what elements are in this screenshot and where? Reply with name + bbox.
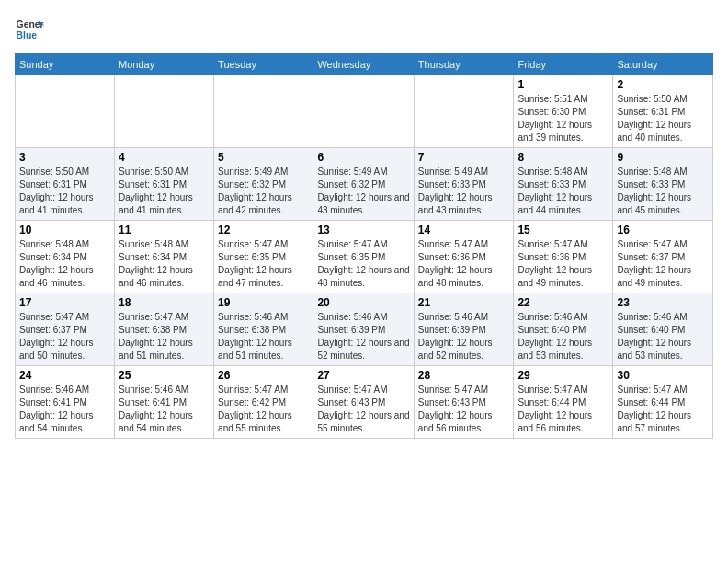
day-number: 10 xyxy=(19,224,110,236)
day-number: 25 xyxy=(119,369,210,382)
day-info: Sunrise: 5:48 AM Sunset: 6:34 PM Dayligh… xyxy=(119,238,210,290)
day-info: Sunrise: 5:46 AM Sunset: 6:40 PM Dayligh… xyxy=(617,311,709,362)
calendar-cell: 12Sunrise: 5:47 AM Sunset: 6:35 PM Dayli… xyxy=(214,221,313,293)
day-number: 14 xyxy=(418,224,510,236)
day-number: 6 xyxy=(317,151,409,164)
page-header: General Blue xyxy=(15,15,713,44)
day-info: Sunrise: 5:46 AM Sunset: 6:40 PM Dayligh… xyxy=(518,311,609,362)
calendar-cell: 10Sunrise: 5:48 AM Sunset: 6:34 PM Dayli… xyxy=(16,221,115,293)
day-number: 8 xyxy=(518,151,609,164)
weekday-header: Wednesday xyxy=(313,54,414,75)
calendar-cell: 18Sunrise: 5:47 AM Sunset: 6:38 PM Dayli… xyxy=(115,293,214,366)
day-number: 1 xyxy=(518,78,609,91)
day-info: Sunrise: 5:47 AM Sunset: 6:38 PM Dayligh… xyxy=(119,311,210,362)
weekday-header: Saturday xyxy=(613,54,713,75)
weekday-header: Friday xyxy=(514,54,613,75)
calendar-table: SundayMondayTuesdayWednesdayThursdayFrid… xyxy=(15,53,713,439)
calendar-cell: 3Sunrise: 5:50 AM Sunset: 6:31 PM Daylig… xyxy=(16,148,115,221)
calendar-cell xyxy=(313,75,414,148)
day-number: 7 xyxy=(418,151,510,164)
calendar-week-row: 24Sunrise: 5:46 AM Sunset: 6:41 PM Dayli… xyxy=(16,366,713,439)
calendar-cell: 17Sunrise: 5:47 AM Sunset: 6:37 PM Dayli… xyxy=(16,293,115,366)
day-info: Sunrise: 5:47 AM Sunset: 6:36 PM Dayligh… xyxy=(418,238,510,290)
day-number: 24 xyxy=(19,369,110,382)
calendar-cell xyxy=(115,75,214,148)
day-number: 9 xyxy=(617,151,709,164)
calendar-cell: 11Sunrise: 5:48 AM Sunset: 6:34 PM Dayli… xyxy=(115,221,214,293)
calendar-cell: 13Sunrise: 5:47 AM Sunset: 6:35 PM Dayli… xyxy=(313,221,414,293)
day-info: Sunrise: 5:49 AM Sunset: 6:32 PM Dayligh… xyxy=(317,166,409,217)
day-number: 2 xyxy=(617,78,709,91)
logo-icon: General Blue xyxy=(15,15,44,44)
calendar-cell: 30Sunrise: 5:47 AM Sunset: 6:44 PM Dayli… xyxy=(613,366,713,439)
day-number: 27 xyxy=(317,369,409,382)
day-number: 16 xyxy=(617,224,709,236)
calendar-cell: 7Sunrise: 5:49 AM Sunset: 6:33 PM Daylig… xyxy=(414,148,514,221)
day-number: 18 xyxy=(119,296,210,309)
day-info: Sunrise: 5:47 AM Sunset: 6:42 PM Dayligh… xyxy=(218,384,309,435)
day-number: 15 xyxy=(518,224,609,236)
calendar-week-row: 1Sunrise: 5:51 AM Sunset: 6:30 PM Daylig… xyxy=(16,75,713,148)
day-info: Sunrise: 5:50 AM Sunset: 6:31 PM Dayligh… xyxy=(617,93,709,144)
calendar-cell: 16Sunrise: 5:47 AM Sunset: 6:37 PM Dayli… xyxy=(613,221,713,293)
day-number: 4 xyxy=(119,151,210,164)
day-info: Sunrise: 5:50 AM Sunset: 6:31 PM Dayligh… xyxy=(19,166,110,217)
day-info: Sunrise: 5:48 AM Sunset: 6:33 PM Dayligh… xyxy=(617,166,709,217)
weekday-header: Monday xyxy=(115,54,214,75)
weekday-header: Thursday xyxy=(414,54,514,75)
day-number: 13 xyxy=(317,224,409,236)
calendar-cell: 19Sunrise: 5:46 AM Sunset: 6:38 PM Dayli… xyxy=(214,293,313,366)
calendar-cell: 8Sunrise: 5:48 AM Sunset: 6:33 PM Daylig… xyxy=(514,148,613,221)
day-info: Sunrise: 5:46 AM Sunset: 6:39 PM Dayligh… xyxy=(317,311,409,362)
calendar-cell: 28Sunrise: 5:47 AM Sunset: 6:43 PM Dayli… xyxy=(414,366,514,439)
calendar-cell: 1Sunrise: 5:51 AM Sunset: 6:30 PM Daylig… xyxy=(514,75,613,148)
day-number: 30 xyxy=(617,369,709,382)
day-number: 22 xyxy=(518,296,609,309)
calendar-cell xyxy=(16,75,115,148)
calendar-cell: 9Sunrise: 5:48 AM Sunset: 6:33 PM Daylig… xyxy=(613,148,713,221)
svg-text:Blue: Blue xyxy=(17,30,38,40)
calendar-cell: 22Sunrise: 5:46 AM Sunset: 6:40 PM Dayli… xyxy=(514,293,613,366)
day-info: Sunrise: 5:50 AM Sunset: 6:31 PM Dayligh… xyxy=(119,166,210,217)
day-number: 20 xyxy=(317,296,409,309)
weekday-header-row: SundayMondayTuesdayWednesdayThursdayFrid… xyxy=(16,54,713,75)
day-info: Sunrise: 5:47 AM Sunset: 6:37 PM Dayligh… xyxy=(617,238,709,290)
day-info: Sunrise: 5:47 AM Sunset: 6:43 PM Dayligh… xyxy=(317,384,409,435)
day-info: Sunrise: 5:47 AM Sunset: 6:44 PM Dayligh… xyxy=(518,384,609,435)
calendar-cell: 20Sunrise: 5:46 AM Sunset: 6:39 PM Dayli… xyxy=(313,293,414,366)
day-info: Sunrise: 5:47 AM Sunset: 6:37 PM Dayligh… xyxy=(19,311,110,362)
calendar-cell: 21Sunrise: 5:46 AM Sunset: 6:39 PM Dayli… xyxy=(414,293,514,366)
day-info: Sunrise: 5:48 AM Sunset: 6:33 PM Dayligh… xyxy=(518,166,609,217)
day-number: 28 xyxy=(418,369,510,382)
calendar-cell: 2Sunrise: 5:50 AM Sunset: 6:31 PM Daylig… xyxy=(613,75,713,148)
day-info: Sunrise: 5:46 AM Sunset: 6:39 PM Dayligh… xyxy=(418,311,510,362)
day-number: 21 xyxy=(418,296,510,309)
day-info: Sunrise: 5:46 AM Sunset: 6:41 PM Dayligh… xyxy=(119,384,210,435)
day-info: Sunrise: 5:46 AM Sunset: 6:41 PM Dayligh… xyxy=(19,384,110,435)
day-info: Sunrise: 5:47 AM Sunset: 6:35 PM Dayligh… xyxy=(218,238,309,290)
calendar-cell: 5Sunrise: 5:49 AM Sunset: 6:32 PM Daylig… xyxy=(214,148,313,221)
day-number: 29 xyxy=(518,369,609,382)
day-info: Sunrise: 5:47 AM Sunset: 6:44 PM Dayligh… xyxy=(617,384,709,435)
weekday-header: Tuesday xyxy=(214,54,313,75)
day-number: 19 xyxy=(218,296,309,309)
calendar-cell xyxy=(214,75,313,148)
logo: General Blue xyxy=(15,15,48,44)
day-info: Sunrise: 5:51 AM Sunset: 6:30 PM Dayligh… xyxy=(518,93,609,144)
day-info: Sunrise: 5:48 AM Sunset: 6:34 PM Dayligh… xyxy=(19,238,110,290)
calendar-cell: 29Sunrise: 5:47 AM Sunset: 6:44 PM Dayli… xyxy=(514,366,613,439)
day-number: 5 xyxy=(218,151,309,164)
calendar-week-row: 10Sunrise: 5:48 AM Sunset: 6:34 PM Dayli… xyxy=(16,221,713,293)
calendar-cell: 15Sunrise: 5:47 AM Sunset: 6:36 PM Dayli… xyxy=(514,221,613,293)
day-number: 26 xyxy=(218,369,309,382)
day-info: Sunrise: 5:49 AM Sunset: 6:32 PM Dayligh… xyxy=(218,166,309,217)
day-number: 11 xyxy=(119,224,210,236)
calendar-cell: 25Sunrise: 5:46 AM Sunset: 6:41 PM Dayli… xyxy=(115,366,214,439)
day-info: Sunrise: 5:46 AM Sunset: 6:38 PM Dayligh… xyxy=(218,311,309,362)
calendar-cell: 26Sunrise: 5:47 AM Sunset: 6:42 PM Dayli… xyxy=(214,366,313,439)
day-info: Sunrise: 5:47 AM Sunset: 6:43 PM Dayligh… xyxy=(418,384,510,435)
calendar-cell xyxy=(414,75,514,148)
calendar-week-row: 17Sunrise: 5:47 AM Sunset: 6:37 PM Dayli… xyxy=(16,293,713,366)
weekday-header: Sunday xyxy=(16,54,115,75)
day-number: 12 xyxy=(218,224,309,236)
